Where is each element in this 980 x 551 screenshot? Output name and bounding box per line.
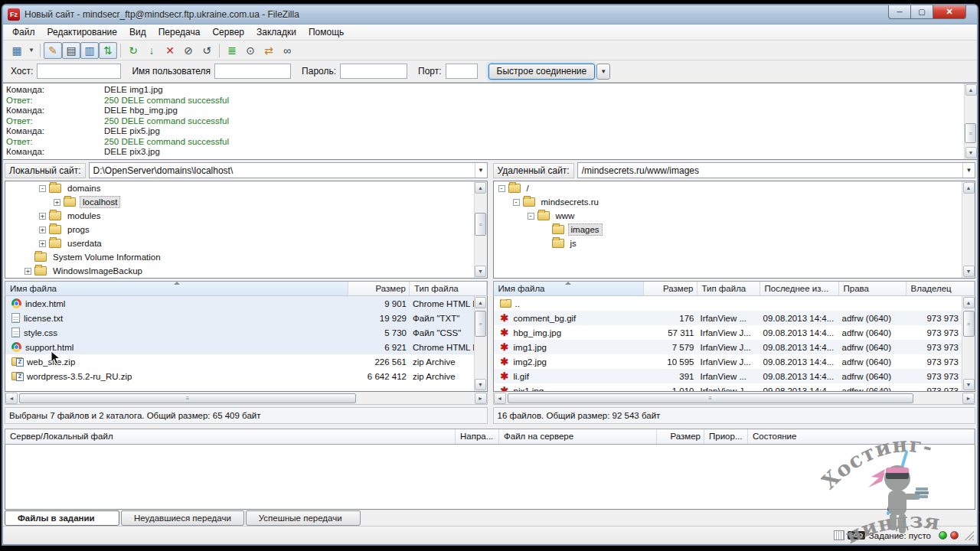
- scroll-down-icon[interactable]: ▼: [963, 379, 975, 390]
- scroll-up-icon[interactable]: ▲: [963, 297, 975, 308]
- column-header-type[interactable]: Тип файла: [697, 282, 760, 295]
- queue-column-size[interactable]: Размер: [657, 429, 704, 444]
- scroll-thumb[interactable]: ≡: [19, 393, 356, 403]
- remote-tree-scrollbar[interactable]: ▲ ▼: [962, 181, 975, 278]
- minimize-button[interactable]: ─: [888, 5, 911, 19]
- column-header-name[interactable]: Имя файла: [494, 282, 644, 295]
- reconnect-icon[interactable]: ↺: [198, 42, 216, 59]
- menu-file[interactable]: Файл: [6, 25, 41, 39]
- tab-successful-transfers[interactable]: Успешные передачи: [246, 510, 361, 526]
- scroll-down-icon[interactable]: ▼: [963, 266, 975, 277]
- tree-item-windowsimagebackup[interactable]: +WindowsImageBackup: [5, 264, 487, 278]
- file-row-img1-jpg[interactable]: ✱img1.jpg 7 579 IrfanView J... 09.08.201…: [494, 340, 975, 354]
- cancel-operation-icon[interactable]: ✕: [161, 42, 179, 59]
- queue-column-status[interactable]: Состояние: [748, 429, 975, 444]
- file-row-index-html[interactable]: index.html 9 901 Chrome HTML D: [5, 296, 487, 311]
- local-tree[interactable]: -domains +localhost +modules +progs +use…: [5, 181, 488, 279]
- file-row-wordpress-zip[interactable]: wordpress-3.5.2-ru_RU.zip 6 642 412 zip …: [5, 369, 487, 383]
- tree-item-root[interactable]: -/: [494, 181, 975, 195]
- scroll-thumb[interactable]: ≡: [475, 311, 486, 337]
- column-header-size[interactable]: Размер: [348, 282, 410, 295]
- close-button[interactable]: ✕: [933, 5, 966, 19]
- local-path-input[interactable]: D:\OpenServer\domains\localhost\▼: [89, 162, 488, 178]
- process-queue-icon[interactable]: ↓: [142, 42, 161, 59]
- username-input[interactable]: [214, 64, 291, 79]
- remote-file-list[interactable]: .. ✱comment_bg.gif 176 IrfanView ... 09.…: [493, 296, 976, 392]
- scroll-down-icon[interactable]: ▼: [475, 266, 486, 277]
- find-files-icon[interactable]: ∞: [278, 42, 296, 59]
- menu-bookmarks[interactable]: Закладки: [250, 25, 302, 39]
- remote-list-scrollbar[interactable]: ▲ ≡ ▼: [962, 296, 975, 391]
- quickconnect-dropdown-icon[interactable]: ▼: [596, 64, 610, 80]
- menu-server[interactable]: Сервер: [206, 25, 250, 39]
- file-row-support-html[interactable]: support.html 6 921 Chrome HTML D: [5, 340, 487, 354]
- file-row-hbg-img-jpg[interactable]: ✱hbg_img.jpg 57 311 IrfanView J... 09.08…: [494, 325, 975, 340]
- scroll-thumb[interactable]: ≡: [475, 213, 486, 236]
- resize-grip-icon[interactable]: [965, 531, 974, 540]
- remote-horizontal-scrollbar[interactable]: ◄ ≡ ►: [493, 392, 976, 405]
- tree-item-www[interactable]: -www: [494, 209, 975, 223]
- file-row-style-css[interactable]: style.css 5 730 Файл "CSS": [5, 325, 487, 340]
- disconnect-icon[interactable]: ⊘: [179, 42, 198, 59]
- column-header-size[interactable]: Размер: [644, 282, 697, 295]
- file-row-web-site-zip[interactable]: web_site.zip 226 561 zip Archive: [5, 354, 487, 369]
- tree-item-domains[interactable]: -domains: [5, 181, 487, 195]
- scroll-right-icon[interactable]: ►: [475, 393, 487, 404]
- site-manager-dropdown-icon[interactable]: ▼: [26, 42, 37, 59]
- toggle-transfer-queue-icon[interactable]: ⇅: [99, 42, 117, 59]
- tree-item-system-volume-information[interactable]: System Volume Information: [5, 250, 487, 264]
- file-row-parent-dir[interactable]: ..: [494, 296, 975, 311]
- scroll-up-icon[interactable]: ▲: [475, 182, 486, 194]
- local-horizontal-scrollbar[interactable]: ◄ ≡ ►: [5, 392, 488, 405]
- scroll-down-icon[interactable]: ▼: [965, 147, 977, 158]
- local-list-scrollbar[interactable]: ▲ ≡ ▼: [474, 296, 487, 391]
- scroll-thumb[interactable]: ≡: [963, 311, 975, 337]
- password-input[interactable]: [340, 64, 407, 79]
- pane-splitter[interactable]: [488, 161, 493, 424]
- tree-item-localhost[interactable]: +localhost: [5, 195, 487, 209]
- menu-edit[interactable]: Редактирование: [41, 25, 123, 39]
- maximize-button[interactable]: ▢: [910, 5, 933, 19]
- log-scrollbar[interactable]: ▲ ▼ ≡: [964, 83, 977, 159]
- scroll-up-icon[interactable]: ▲: [475, 297, 486, 308]
- queue-column-direction[interactable]: Напра...: [456, 429, 499, 444]
- column-header-owner[interactable]: Владелец: [906, 282, 975, 295]
- local-file-list[interactable]: index.html 9 901 Chrome HTML D license.t…: [5, 296, 488, 392]
- scroll-left-icon[interactable]: ◄: [494, 393, 506, 404]
- file-row-license-txt[interactable]: license.txt 19 929 Файл "TXT": [5, 311, 487, 325]
- column-header-modified[interactable]: Последнее из...: [760, 282, 839, 295]
- synchronized-browsing-icon[interactable]: ⇄: [260, 42, 278, 59]
- host-input[interactable]: [37, 64, 121, 79]
- port-input[interactable]: [446, 64, 478, 79]
- column-header-name[interactable]: Имя файла: [5, 282, 348, 295]
- tree-item-js[interactable]: js: [494, 236, 975, 250]
- tab-queued-files[interactable]: Файлы в задании: [5, 510, 119, 526]
- tree-item-mindsecrets-ru[interactable]: -mindsecrets.ru: [494, 195, 975, 209]
- file-row-pix1-jpg[interactable]: ✱pix1.jpg 1 010 IrfanView J... 09.08.201…: [494, 383, 975, 392]
- scroll-thumb[interactable]: ≡: [965, 123, 976, 143]
- column-header-permissions[interactable]: Права: [839, 282, 906, 295]
- remote-path-input[interactable]: /mindsecrets.ru/www/images▼: [577, 162, 975, 178]
- queue-body[interactable]: [5, 445, 975, 510]
- menu-transfer[interactable]: Передача: [152, 25, 207, 39]
- local-tree-scrollbar[interactable]: ▲ ≡ ▼: [474, 181, 487, 278]
- remote-tree[interactable]: -/ -mindsecrets.ru -www images js ▲ ▼: [493, 181, 976, 279]
- scroll-thumb[interactable]: ≡: [508, 393, 913, 403]
- filter-icon[interactable]: ≣: [223, 42, 241, 59]
- tree-item-userdata[interactable]: +userdata: [5, 236, 487, 250]
- tree-item-images[interactable]: images: [494, 223, 975, 236]
- chevron-down-icon[interactable]: ▼: [962, 163, 975, 178]
- menu-view[interactable]: Вид: [123, 25, 152, 39]
- chevron-down-icon[interactable]: ▼: [475, 163, 487, 178]
- toggle-message-log-icon[interactable]: ✎: [44, 42, 62, 59]
- quickconnect-button[interactable]: Быстрое соединение: [488, 64, 596, 80]
- tab-failed-transfers[interactable]: Неудавшиеся передачи: [121, 510, 244, 526]
- directory-comparison-icon[interactable]: ⊙: [241, 42, 260, 59]
- toggle-local-tree-icon[interactable]: ▤: [62, 42, 80, 59]
- scroll-left-icon[interactable]: ◄: [5, 393, 18, 404]
- scroll-up-icon[interactable]: ▲: [965, 84, 977, 96]
- scroll-right-icon[interactable]: ►: [962, 393, 975, 404]
- scroll-down-icon[interactable]: ▼: [475, 379, 486, 390]
- tree-item-modules[interactable]: +modules: [5, 209, 487, 223]
- site-manager-icon[interactable]: ▦: [8, 42, 26, 59]
